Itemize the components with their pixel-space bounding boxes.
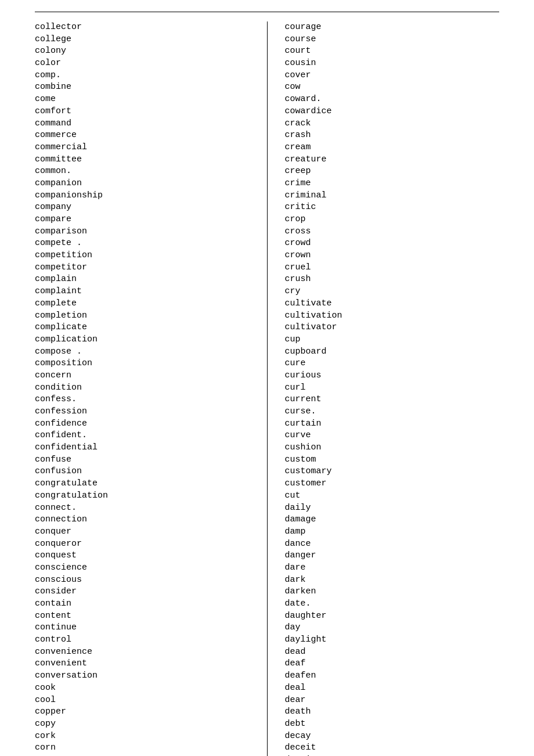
- list-item: cow: [285, 81, 500, 93]
- columns-container: collectorcollegecolonycolorcomp.combinec…: [0, 21, 534, 756]
- list-item: cruel: [285, 262, 500, 274]
- list-item: court: [285, 45, 500, 57]
- list-item: congratulate: [35, 478, 250, 490]
- list-item: cover: [285, 70, 500, 82]
- list-item: cultivation: [285, 310, 500, 322]
- list-item: crowd: [285, 237, 500, 250]
- list-item: condition: [35, 382, 250, 394]
- list-item: colony: [35, 45, 250, 57]
- list-item: conquest: [35, 550, 250, 562]
- list-item: competitor: [35, 262, 250, 274]
- list-item: commerce: [35, 129, 250, 142]
- list-item: creature: [285, 154, 500, 166]
- page: collectorcollegecolonycolorcomp.combinec…: [0, 0, 534, 756]
- list-item: common.: [35, 165, 250, 178]
- list-item: deafen: [285, 670, 500, 682]
- list-item: cork: [35, 730, 250, 743]
- list-item: day: [285, 622, 500, 634]
- list-item: cook: [35, 682, 250, 694]
- list-item: dark: [285, 574, 500, 586]
- list-item: complicate: [35, 322, 250, 334]
- list-item: collector: [35, 21, 250, 34]
- list-item: competition: [35, 250, 250, 262]
- list-item: daily: [285, 502, 500, 514]
- list-item: complication: [35, 334, 250, 346]
- list-item: cultivate: [285, 298, 500, 310]
- list-item: confident.: [35, 430, 250, 442]
- list-item: crush: [285, 273, 500, 286]
- list-item: convenience: [35, 646, 250, 658]
- list-item: crime: [285, 178, 500, 190]
- list-item: curse.: [285, 406, 500, 418]
- left-column: collectorcollegecolonycolorcomp.combinec…: [35, 21, 261, 756]
- list-item: complaint: [35, 286, 250, 298]
- list-item: deaf: [285, 658, 500, 670]
- list-item: coward.: [285, 93, 500, 106]
- list-item: dead: [285, 646, 500, 658]
- list-item: daughter: [285, 610, 500, 622]
- list-item: curve: [285, 430, 500, 442]
- list-item: compete .: [35, 237, 250, 250]
- list-item: combine: [35, 81, 250, 93]
- list-item: cure: [285, 358, 500, 370]
- list-item: corn: [35, 742, 250, 754]
- list-item: cup: [285, 334, 500, 346]
- list-item: cultivator: [285, 322, 500, 334]
- list-item: cousin: [285, 57, 500, 70]
- list-item: cowardice: [285, 106, 500, 118]
- list-item: danger: [285, 550, 500, 562]
- list-item: conscience: [35, 562, 250, 574]
- list-item: confidence: [35, 418, 250, 430]
- list-item: dear: [285, 694, 500, 707]
- list-item: crash: [285, 129, 500, 142]
- list-item: custom: [285, 454, 500, 466]
- list-item: congratulation: [35, 490, 250, 502]
- list-item: courage: [285, 21, 500, 34]
- list-item: customary: [285, 466, 500, 478]
- list-item: customer: [285, 478, 500, 490]
- list-item: critic: [285, 201, 500, 214]
- list-item: crack: [285, 118, 500, 130]
- list-item: curtain: [285, 418, 500, 430]
- list-item: death: [285, 706, 500, 718]
- list-item: damp: [285, 526, 500, 538]
- list-item: confess.: [35, 394, 250, 406]
- list-item: dance: [285, 538, 500, 550]
- list-item: color: [35, 57, 250, 70]
- list-item: comfort: [35, 106, 250, 118]
- list-item: cream: [285, 142, 500, 154]
- list-item: daylight: [285, 634, 500, 646]
- list-item: copy: [35, 718, 250, 730]
- list-item: control: [35, 634, 250, 646]
- list-item: comparison: [35, 226, 250, 238]
- list-item: cross: [285, 226, 500, 238]
- list-item: complete: [35, 298, 250, 310]
- list-item: date.: [285, 598, 500, 610]
- list-item: criminal: [285, 190, 500, 202]
- list-item: complain: [35, 273, 250, 286]
- list-item: crown: [285, 250, 500, 262]
- list-item: contain: [35, 598, 250, 610]
- list-item: confuse: [35, 454, 250, 466]
- list-item: current: [285, 394, 500, 406]
- list-item: copper: [35, 706, 250, 718]
- list-item: committee: [35, 154, 250, 166]
- list-item: conscious: [35, 574, 250, 586]
- list-item: crop: [285, 214, 500, 226]
- list-item: cupboard: [285, 346, 500, 358]
- list-item: dare: [285, 562, 500, 574]
- list-item: curious: [285, 370, 500, 382]
- list-item: college: [35, 34, 250, 46]
- list-item: confidential: [35, 442, 250, 454]
- list-item: confession: [35, 406, 250, 418]
- list-item: compare: [35, 214, 250, 226]
- list-item: convenient: [35, 658, 250, 670]
- list-item: course: [285, 34, 500, 46]
- list-item: company: [35, 201, 250, 214]
- list-item: comp.: [35, 70, 250, 82]
- list-item: cool: [35, 694, 250, 707]
- list-item: companion: [35, 178, 250, 190]
- list-item: continue: [35, 622, 250, 634]
- list-item: completion: [35, 310, 250, 322]
- list-item: debt: [285, 718, 500, 730]
